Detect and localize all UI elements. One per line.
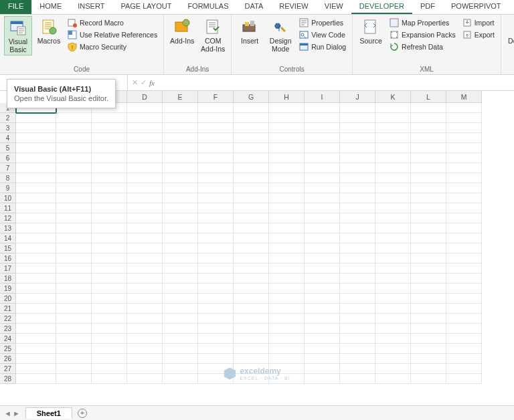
- cell[interactable]: [234, 193, 269, 203]
- cell[interactable]: [163, 233, 198, 243]
- cell[interactable]: [305, 274, 340, 284]
- cell[interactable]: [16, 324, 56, 334]
- cell[interactable]: [340, 213, 375, 223]
- cell[interactable]: [269, 284, 305, 294]
- view-code-button[interactable]: View Code: [297, 29, 348, 40]
- cell[interactable]: [127, 374, 163, 384]
- cell[interactable]: [16, 284, 56, 294]
- tab-developer[interactable]: DEVELOPER: [351, 0, 412, 14]
- cell[interactable]: [198, 133, 234, 143]
- cell[interactable]: [375, 374, 411, 384]
- cell[interactable]: [234, 113, 269, 123]
- cell[interactable]: [305, 213, 340, 223]
- cell[interactable]: [411, 203, 446, 213]
- cell[interactable]: [92, 113, 127, 123]
- cell[interactable]: [234, 103, 269, 113]
- cell[interactable]: [446, 233, 482, 243]
- cell[interactable]: [269, 223, 305, 233]
- cell[interactable]: [269, 233, 305, 243]
- row-header[interactable]: 3: [0, 123, 16, 133]
- cell[interactable]: [305, 143, 340, 153]
- cell[interactable]: [446, 324, 482, 334]
- cell[interactable]: [305, 133, 340, 143]
- row-header[interactable]: 24: [0, 334, 16, 344]
- cell[interactable]: [375, 233, 411, 243]
- cell[interactable]: [375, 153, 411, 163]
- cell[interactable]: [127, 274, 163, 284]
- cell[interactable]: [92, 123, 127, 133]
- cell[interactable]: [340, 324, 375, 334]
- cell[interactable]: [375, 284, 411, 294]
- cell[interactable]: [446, 153, 482, 163]
- row-header[interactable]: 18: [0, 274, 16, 284]
- cell[interactable]: [411, 123, 446, 133]
- cell[interactable]: [305, 344, 340, 354]
- cell[interactable]: [375, 143, 411, 153]
- cell[interactable]: [234, 183, 269, 193]
- cell[interactable]: [127, 143, 163, 153]
- cell[interactable]: [305, 233, 340, 243]
- row-header[interactable]: 20: [0, 294, 16, 304]
- cell[interactable]: [56, 123, 92, 133]
- cell[interactable]: [198, 223, 234, 233]
- cell[interactable]: [411, 183, 446, 193]
- cell[interactable]: [56, 163, 92, 173]
- cell[interactable]: [163, 203, 198, 213]
- cell[interactable]: [305, 203, 340, 213]
- cell[interactable]: [198, 284, 234, 294]
- cell[interactable]: [56, 274, 92, 284]
- cell[interactable]: [305, 113, 340, 123]
- cell[interactable]: [269, 264, 305, 274]
- cell[interactable]: [375, 133, 411, 143]
- cell[interactable]: [56, 213, 92, 223]
- cell[interactable]: [269, 103, 305, 113]
- cell[interactable]: [411, 153, 446, 163]
- cell[interactable]: [305, 264, 340, 274]
- cell[interactable]: [375, 193, 411, 203]
- cell[interactable]: [234, 153, 269, 163]
- cell[interactable]: [127, 103, 163, 113]
- tab-formulas[interactable]: FORMULAS: [179, 0, 236, 14]
- cell[interactable]: [198, 233, 234, 243]
- cell[interactable]: [446, 354, 482, 364]
- relative-refs-button[interactable]: Use Relative References: [66, 29, 159, 40]
- cell[interactable]: [234, 163, 269, 173]
- cell[interactable]: [127, 304, 163, 314]
- cell[interactable]: [127, 243, 163, 253]
- cell[interactable]: [16, 364, 56, 374]
- cell[interactable]: [234, 143, 269, 153]
- add-sheet-button[interactable]: +: [78, 409, 87, 418]
- cell[interactable]: [411, 304, 446, 314]
- cell[interactable]: [198, 314, 234, 324]
- cell[interactable]: [269, 123, 305, 133]
- cell[interactable]: [92, 193, 127, 203]
- cell[interactable]: [446, 294, 482, 304]
- tab-powerpivot[interactable]: POWERPIVOT: [443, 0, 509, 14]
- cell[interactable]: [305, 294, 340, 304]
- cell[interactable]: [163, 334, 198, 344]
- cell[interactable]: [163, 264, 198, 274]
- refresh-data-button[interactable]: Refresh Data: [388, 41, 458, 52]
- sheet-next-icon[interactable]: ►: [13, 409, 20, 417]
- tab-review[interactable]: REVIEW: [271, 0, 316, 14]
- cell[interactable]: [269, 274, 305, 284]
- cell[interactable]: [127, 133, 163, 143]
- cell[interactable]: [375, 103, 411, 113]
- cell[interactable]: [340, 284, 375, 294]
- cell[interactable]: [56, 183, 92, 193]
- macros-button[interactable]: Macros: [35, 16, 63, 47]
- cell[interactable]: [234, 173, 269, 183]
- tab-page-layout[interactable]: PAGE LAYOUT: [112, 0, 179, 14]
- cell[interactable]: [340, 163, 375, 173]
- cell[interactable]: [127, 213, 163, 223]
- cell[interactable]: [340, 113, 375, 123]
- cell[interactable]: [127, 113, 163, 123]
- row-header[interactable]: 15: [0, 243, 16, 253]
- cell[interactable]: [163, 213, 198, 223]
- row-header[interactable]: 2: [0, 113, 16, 123]
- cell[interactable]: [56, 113, 92, 123]
- cell[interactable]: [198, 113, 234, 123]
- document-panel-button[interactable]: Document Panel: [505, 16, 514, 54]
- cell[interactable]: [92, 163, 127, 173]
- cell[interactable]: [16, 374, 56, 384]
